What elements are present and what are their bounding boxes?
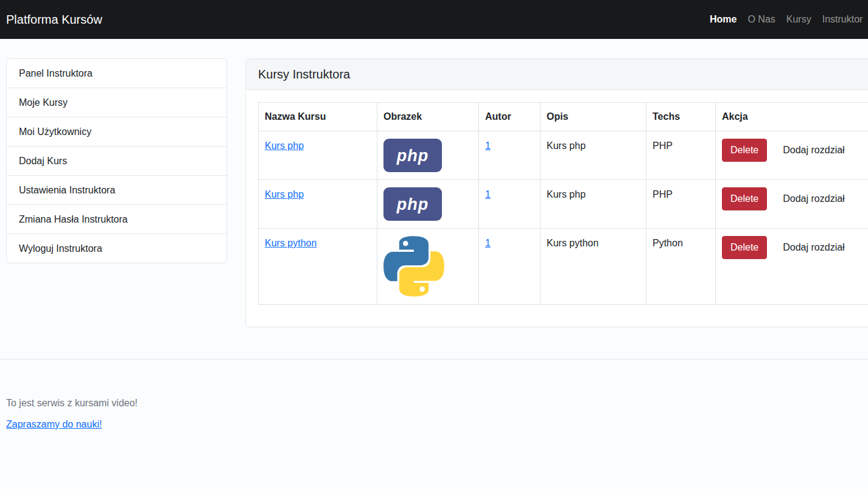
courses-table: Nazwa Kursu Obrazek Autor Opis Techs Akc… — [258, 102, 868, 305]
nav-item-home[interactable]: Home — [704, 14, 742, 25]
table-header-row: Nazwa Kursu Obrazek Autor Opis Techs Akc… — [259, 103, 868, 131]
panel-body: Nazwa Kursu Obrazek Autor Opis Techs Akc… — [246, 90, 868, 327]
footer-text: To jest serwis z kursami video! — [6, 398, 138, 409]
course-row: Kurs python 1 Kurs python Python Delete — [259, 229, 868, 305]
course-author-link[interactable]: 1 — [485, 140, 491, 151]
nav-item-instruktor[interactable]: Instruktor — [817, 14, 868, 25]
brand-link[interactable]: Platforma Kursów — [6, 0, 102, 39]
add-chapter-link[interactable]: Dodaj rozdział — [783, 192, 844, 206]
delete-button[interactable]: Delete — [722, 187, 767, 210]
php-logo-icon: php — [383, 139, 442, 172]
course-description: Kurs php — [541, 131, 646, 180]
panel-title: Kursy Instruktora — [246, 59, 868, 90]
header-nazwa-kursu: Nazwa Kursu — [259, 103, 377, 131]
header-obrazek: Obrazek — [377, 103, 479, 131]
php-logo-text: php — [397, 197, 429, 212]
php-logo-text: php — [397, 148, 429, 163]
course-description: Kurs php — [541, 180, 646, 229]
header-opis: Opis — [541, 103, 646, 131]
course-row: Kurs php php 1 Kurs php PHP Delete Dodaj… — [259, 180, 868, 229]
navbar-links: Home O Nas Kursy Instruktor — [704, 0, 868, 39]
courses-panel: Kursy Instruktora Nazwa Kursu Obrazek Au… — [245, 58, 868, 327]
footer-divider — [0, 359, 868, 359]
sidebar-item-moi-uzytkownicy[interactable]: Moi Użytkownicy — [6, 117, 227, 147]
delete-button[interactable]: Delete — [722, 139, 767, 162]
nav-item-kursy[interactable]: Kursy — [781, 14, 817, 25]
course-techs: Python — [646, 229, 716, 305]
sidebar-item-moje-kursy[interactable]: Moje Kursy — [6, 88, 227, 117]
top-navbar: Platforma Kursów Home O Nas Kursy Instru… — [0, 0, 868, 39]
course-description: Kurs python — [541, 229, 646, 305]
course-name-link[interactable]: Kurs python — [265, 238, 317, 248]
sidebar-item-dodaj-kurs[interactable]: Dodaj Kurs — [6, 147, 227, 176]
footer-link[interactable]: Zapraszamy do nauki! — [6, 419, 102, 430]
course-author-link[interactable]: 1 — [485, 189, 491, 199]
php-logo-icon: php — [383, 187, 442, 221]
course-name-link[interactable]: Kurs php — [265, 189, 304, 199]
header-techs: Techs — [646, 103, 716, 131]
sidebar-item-panel-instruktora[interactable]: Panel Instruktora — [6, 58, 227, 88]
nav-item-o-nas[interactable]: O Nas — [742, 14, 780, 25]
course-row: Kurs php php 1 Kurs php PHP Delete Dodaj… — [259, 131, 868, 180]
sidebar-item-ustawienia[interactable]: Ustawienia Instruktora — [6, 176, 227, 205]
sidebar-item-wyloguj[interactable]: Wyloguj Instruktora — [6, 234, 227, 263]
course-techs: PHP — [646, 131, 716, 180]
instructor-sidebar: Panel Instruktora Moje Kursy Moi Użytkow… — [6, 58, 227, 263]
delete-button[interactable]: Delete — [722, 236, 767, 259]
course-techs: PHP — [646, 180, 716, 229]
course-author-link[interactable]: 1 — [485, 238, 491, 248]
sidebar-item-zmiana-hasla[interactable]: Zmiana Hasła Instruktora — [6, 205, 227, 234]
header-autor: Autor — [479, 103, 541, 131]
python-logo-icon — [383, 236, 444, 297]
add-chapter-link[interactable]: Dodaj rozdział — [783, 143, 844, 158]
header-akcja: Akcja — [716, 103, 868, 131]
course-name-link[interactable]: Kurs php — [265, 140, 304, 151]
add-chapter-link[interactable]: Dodaj rozdział — [783, 240, 844, 255]
